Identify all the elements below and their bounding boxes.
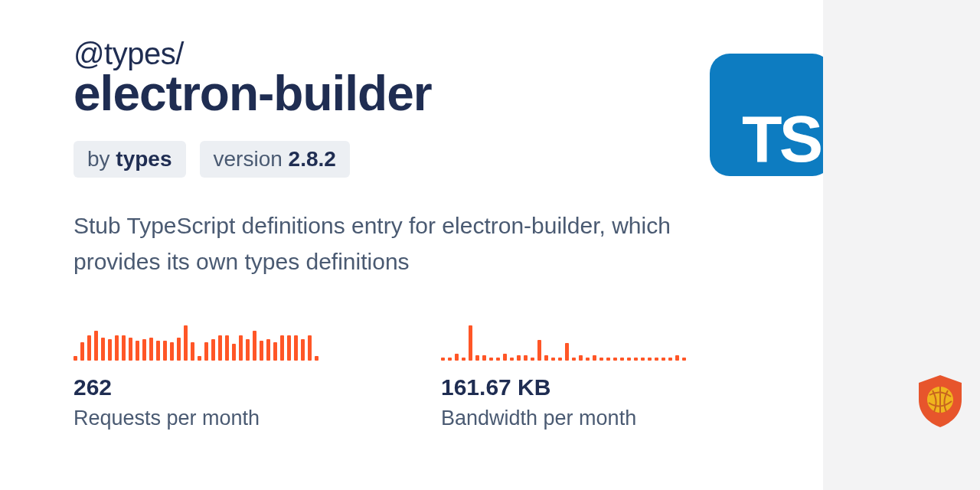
spark-bar xyxy=(662,358,665,361)
spark-bar xyxy=(308,335,312,361)
bandwidth-sparkline xyxy=(441,325,808,361)
spark-bar xyxy=(551,358,555,361)
spark-bar xyxy=(101,338,105,361)
spark-bar xyxy=(462,358,466,361)
spark-bar xyxy=(142,339,146,361)
spark-bar xyxy=(482,355,486,361)
spark-bar xyxy=(225,335,229,361)
spark-bar xyxy=(94,331,98,361)
spark-bar xyxy=(531,358,534,361)
spark-bar xyxy=(668,358,672,361)
spark-bar xyxy=(273,342,277,361)
spark-bar xyxy=(129,338,132,361)
spark-bar xyxy=(253,331,256,361)
spark-bar xyxy=(648,358,652,361)
spark-bar xyxy=(115,335,119,361)
spark-bar xyxy=(448,358,452,361)
spark-bar xyxy=(627,358,631,361)
spark-bar xyxy=(156,341,160,361)
author-prefix: by xyxy=(87,147,116,171)
spark-bar xyxy=(294,335,298,361)
requests-sparkline xyxy=(74,325,441,361)
spark-bar xyxy=(108,339,112,361)
spark-bar xyxy=(675,355,679,361)
stat-bandwidth: 161.67 KB Bandwidth per month xyxy=(441,325,808,430)
spark-bar xyxy=(301,339,305,361)
spark-bar xyxy=(204,342,208,361)
requests-value: 262 xyxy=(74,374,441,400)
spark-bar xyxy=(198,356,201,361)
spark-bar xyxy=(489,358,493,361)
spark-bar xyxy=(170,342,174,361)
jsdelivr-shield-icon xyxy=(916,374,965,429)
spark-bar xyxy=(655,358,658,361)
spark-bar xyxy=(606,358,610,361)
spark-bar xyxy=(149,338,153,361)
author-name: types xyxy=(116,147,172,171)
spark-bar xyxy=(122,335,126,361)
version-prefix: version xyxy=(214,147,289,171)
spark-bar xyxy=(232,344,236,361)
spark-bar xyxy=(80,342,84,361)
sidebar-strip xyxy=(823,0,980,490)
spark-bar xyxy=(455,354,459,361)
spark-bar xyxy=(87,335,91,361)
author-badge[interactable]: by types xyxy=(74,141,186,178)
spark-bar xyxy=(74,356,77,361)
spark-bar xyxy=(315,356,318,361)
spark-bar xyxy=(565,343,569,361)
spark-bar xyxy=(260,341,263,361)
spark-bar xyxy=(469,325,472,361)
package-card: @types/ electron-builder by types versio… xyxy=(0,0,823,490)
spark-bar xyxy=(517,355,521,361)
spark-bar xyxy=(537,340,541,361)
spark-bar xyxy=(184,325,188,361)
spark-bar xyxy=(136,341,139,361)
stats-row: 262 Requests per month 161.67 KB Bandwid… xyxy=(74,325,823,430)
spark-bar xyxy=(579,355,583,361)
package-description: Stub TypeScript definitions entry for el… xyxy=(74,208,701,279)
typescript-logo-text: TS xyxy=(742,106,820,172)
bandwidth-value: 161.67 KB xyxy=(441,374,808,400)
spark-bar xyxy=(524,355,528,361)
spark-bar xyxy=(266,339,270,361)
spark-bar xyxy=(634,358,638,361)
spark-bar xyxy=(572,358,576,361)
requests-label: Requests per month xyxy=(74,407,441,430)
spark-bar xyxy=(496,358,500,361)
spark-bar xyxy=(510,358,514,361)
spark-bar xyxy=(558,358,562,361)
spark-bar xyxy=(280,335,284,361)
spark-bar xyxy=(544,355,548,361)
spark-bar xyxy=(441,358,445,361)
spark-bar xyxy=(593,355,596,361)
spark-bar xyxy=(239,335,243,361)
spark-bar xyxy=(191,342,194,361)
spark-bar xyxy=(177,338,181,361)
spark-bar xyxy=(475,355,479,361)
spark-bar xyxy=(586,358,590,361)
spark-bar xyxy=(620,358,624,361)
spark-bar xyxy=(682,358,686,361)
version-number: 2.8.2 xyxy=(289,147,336,171)
stat-requests: 262 Requests per month xyxy=(74,325,441,430)
spark-bar xyxy=(211,339,215,361)
typescript-logo: TS xyxy=(710,54,832,176)
spark-bar xyxy=(613,358,617,361)
spark-bar xyxy=(641,358,645,361)
spark-bar xyxy=(163,341,167,361)
spark-bar xyxy=(246,339,250,361)
spark-bar xyxy=(503,354,507,361)
spark-bar xyxy=(218,335,222,361)
spark-bar xyxy=(599,358,603,361)
version-badge[interactable]: version 2.8.2 xyxy=(200,141,350,178)
spark-bar xyxy=(287,335,291,361)
bandwidth-label: Bandwidth per month xyxy=(441,407,808,430)
